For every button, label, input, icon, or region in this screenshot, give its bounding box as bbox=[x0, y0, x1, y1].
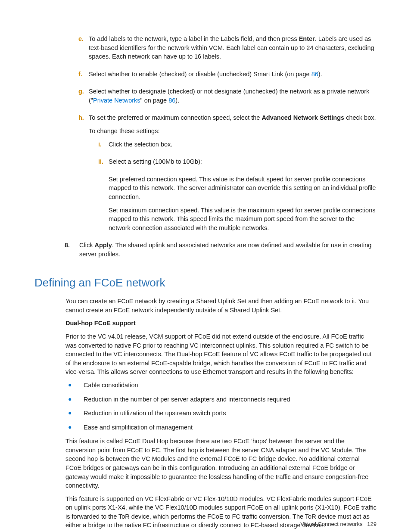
bullet-text: Cable consolidation bbox=[84, 381, 377, 390]
step-marker: e. bbox=[78, 34, 89, 65]
step-content: Click Apply. The shared uplink and assoc… bbox=[79, 241, 377, 263]
page-link[interactable]: 86 bbox=[168, 97, 175, 104]
step-h-ii: ii. Select a setting (100Mb to 10Gb): bbox=[98, 157, 377, 171]
text: " on page bbox=[140, 97, 169, 104]
page: e. To add labels to the network, type a … bbox=[0, 0, 411, 532]
bullet-icon: ● bbox=[65, 423, 84, 432]
text: To add labels to the network, type a lab… bbox=[89, 35, 299, 42]
page-link[interactable]: 86 bbox=[311, 71, 318, 78]
step-marker: f. bbox=[78, 70, 89, 83]
bullet-text: Reduction in the number of per server ad… bbox=[84, 395, 377, 404]
list-item: ● Reduction in utilization of the upstre… bbox=[65, 409, 377, 418]
bullet-icon: ● bbox=[65, 395, 84, 404]
step-h-i: i. Click the selection box. bbox=[98, 140, 377, 153]
text: Click the selection box. bbox=[109, 140, 377, 149]
sub-heading: Dual-hop FCoE support bbox=[65, 319, 377, 328]
text: To set the preferred or maximum connecti… bbox=[89, 114, 262, 121]
topic-link[interactable]: Private Networks bbox=[93, 97, 140, 104]
bullet-icon: ● bbox=[65, 381, 84, 390]
step-content: Select whether to enable (checked) or di… bbox=[89, 70, 377, 83]
step-8-container: 8. Click Apply. The shared uplink and as… bbox=[65, 241, 377, 263]
footer-page-number: 129 bbox=[367, 521, 377, 527]
step-marker: 8. bbox=[65, 241, 75, 263]
page-footer: Virtual Connect networks 129 bbox=[300, 520, 377, 528]
paragraph: You can create an FCoE network by creati… bbox=[65, 297, 377, 314]
list-item: ● Cable consolidation bbox=[65, 381, 377, 390]
step-content: To set the preferred or maximum connecti… bbox=[89, 113, 377, 236]
text: ). bbox=[318, 71, 322, 78]
sub-intro: To change these settings: bbox=[89, 127, 377, 136]
text: ). bbox=[175, 97, 179, 104]
step-g: g. Select whether to designate (checked)… bbox=[78, 87, 377, 109]
step-content: To add labels to the network, type a lab… bbox=[89, 34, 377, 65]
bullet-icon: ● bbox=[65, 409, 84, 418]
text: Click bbox=[79, 242, 94, 249]
step-marker: h. bbox=[78, 113, 89, 236]
step-f: f. Select whether to enable (checked) or… bbox=[78, 70, 377, 83]
footer-section: Virtual Connect networks bbox=[300, 521, 362, 527]
text: . The shared uplink and associated netwo… bbox=[79, 242, 371, 258]
paragraph: Set maximum connection speed. This value… bbox=[109, 206, 377, 233]
bullet-text: Ease and simplification of management bbox=[84, 423, 377, 432]
bullet-text: Reduction in utilization of the upstream… bbox=[84, 409, 377, 418]
list-item: ● Ease and simplification of management bbox=[65, 423, 377, 432]
step-h: h. To set the preferred or maximum conne… bbox=[78, 113, 377, 236]
bold-word: Enter bbox=[299, 35, 315, 42]
list-item: ● Reduction in the number of per server … bbox=[65, 395, 377, 404]
text: Select a setting (100Mb to 10Gb): bbox=[109, 157, 377, 166]
step-marker: ii. bbox=[98, 157, 109, 171]
step-marker: g. bbox=[78, 87, 89, 109]
bold-word: Apply bbox=[94, 242, 112, 249]
section-heading: Defining an FCoE network bbox=[34, 275, 377, 291]
paragraph: Set preferred connection speed. This val… bbox=[109, 175, 377, 202]
text: Select whether to enable (checked) or di… bbox=[89, 71, 311, 78]
step-8: 8. Click Apply. The shared uplink and as… bbox=[65, 241, 377, 263]
sub-step-list: e. To add labels to the network, type a … bbox=[78, 34, 377, 236]
step-e: e. To add labels to the network, type a … bbox=[78, 34, 377, 65]
paragraph: Prior to the VC v4.01 release, VCM suppo… bbox=[65, 332, 377, 376]
paragraph: This feature is called FCoE Dual Hop bec… bbox=[65, 437, 377, 490]
step-marker: i. bbox=[98, 140, 109, 153]
text: check box. bbox=[344, 114, 376, 121]
bullet-list: ● Cable consolidation ● Reduction in the… bbox=[65, 381, 377, 432]
sub-sub-list: i. Click the selection box. ii. Select a… bbox=[98, 140, 377, 233]
bold-word: Advanced Network Settings bbox=[262, 114, 344, 121]
section-body: You can create an FCoE network by creati… bbox=[65, 297, 377, 530]
step-content: Select whether to designate (checked) or… bbox=[89, 87, 377, 109]
